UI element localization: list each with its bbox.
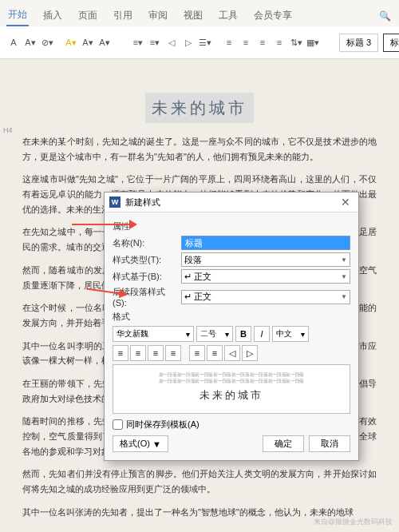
chevron-down-icon: ▼ <box>341 273 347 280</box>
align-center-button[interactable]: ≡ <box>130 345 146 361</box>
tab-tools[interactable]: 工具 <box>217 6 239 26</box>
tab-vip[interactable]: 会员专享 <box>252 6 294 26</box>
chevron-down-icon: ▾ <box>186 330 190 339</box>
ok-button[interactable]: 确定 <box>263 435 304 452</box>
style-heading4[interactable]: 标题 4 <box>383 34 399 52</box>
font-color-icon[interactable]: A▾ <box>81 35 95 50</box>
type-select[interactable]: 段落▼ <box>181 252 350 267</box>
format-dropdown-button[interactable]: 格式(O)▼ <box>113 435 168 452</box>
name-label: 名称(N): <box>113 237 178 249</box>
section-format: 格式 <box>113 311 350 323</box>
spacing-dec-button[interactable]: ≡ <box>207 345 223 361</box>
tab-review[interactable]: 审阅 <box>147 6 169 26</box>
chevron-down-icon: ▼ <box>341 256 347 264</box>
align-group: ≡ ≡ ≡ ≡ ⇅▾ ▦▾ <box>222 35 320 50</box>
align-justify-button[interactable]: ≡ <box>165 345 181 361</box>
chevron-down-icon: ▼ <box>152 439 161 449</box>
word-icon: W <box>109 197 120 208</box>
ribbon-tabs: 开始 插入 页面 引用 审阅 视图 工具 会员专享 🔍 <box>0 0 399 26</box>
watermark-text: 来自@微微金光数码科技 <box>314 517 393 527</box>
based-select[interactable]: ↵ 正文▼ <box>181 269 350 284</box>
toolbar: A A▾ ⊘▾ A▾ A▾ A▾ ≡▾ ≡▾ ◁ ▷ ☰▾ ≡ ≡ ≡ ≡ ⇅▾… <box>0 26 399 59</box>
highlight-icon[interactable]: A▾ <box>64 35 78 50</box>
save-template-label: 同时保存到模板(A) <box>126 419 200 431</box>
tab-view[interactable]: 视图 <box>182 6 204 26</box>
style-preview: 前一段落前一段落前一段落前一段落前一段落前一段落前一段落前一段落前一段落前一段落… <box>113 364 350 414</box>
close-icon[interactable]: ✕ <box>338 196 354 208</box>
doc-title[interactable]: 未来的城市 <box>145 93 254 123</box>
align-center-icon[interactable]: ≡ <box>239 35 253 50</box>
align-justify-icon[interactable]: ≡ <box>272 35 286 50</box>
indent-right-button[interactable]: ▷ <box>242 345 258 361</box>
chevron-down-icon: ▾ <box>225 330 229 339</box>
indent-inc-icon[interactable]: ▷ <box>181 35 196 50</box>
shading-icon[interactable]: A▾ <box>97 35 112 50</box>
based-label: 样式基于(B): <box>113 271 178 283</box>
spacing-inc-button[interactable]: ≡ <box>189 345 205 361</box>
align-left-button[interactable]: ≡ <box>113 345 128 361</box>
follow-select[interactable]: ↵ 正文▼ <box>181 290 350 304</box>
sort-icon[interactable]: ☰▾ <box>198 35 212 50</box>
line-spacing-icon[interactable]: ⇅▾ <box>289 35 303 50</box>
tab-insert[interactable]: 插入 <box>41 6 64 26</box>
chevron-down-icon: ▾ <box>301 330 305 339</box>
size-select[interactable]: 二号▾ <box>196 326 233 342</box>
search-icon[interactable]: 🔍 <box>377 7 393 25</box>
new-style-dialog: W 新建样式 ✕ 属性 名称(N): 样式类型(T): 段落▼ 样式基于(B):… <box>104 192 359 461</box>
font-size-dec-icon[interactable]: A <box>6 35 21 50</box>
style-heading3[interactable]: 标题 3 <box>339 34 378 52</box>
cancel-button[interactable]: 取消 <box>309 435 350 452</box>
border-icon[interactable]: ▦▾ <box>306 35 320 50</box>
save-template-checkbox[interactable] <box>113 419 123 430</box>
clear-format-icon[interactable]: ⊘▾ <box>40 35 54 50</box>
italic-button[interactable]: I <box>254 326 270 342</box>
font-size-inc-icon[interactable]: A▾ <box>23 35 38 50</box>
chevron-down-icon: ▼ <box>341 293 347 300</box>
bold-button[interactable]: B <box>235 326 251 342</box>
lang-select[interactable]: 中文▾ <box>272 326 309 342</box>
style-gallery: 标题 3 标题 4 标题 5 <box>339 34 399 52</box>
dialog-title-text: 新建样式 <box>125 197 160 208</box>
align-right-icon[interactable]: ≡ <box>255 35 270 50</box>
preview-title-text: 未来的城市 <box>120 388 343 403</box>
align-right-button[interactable]: ≡ <box>148 345 164 361</box>
number-list-icon[interactable]: ≡▾ <box>148 35 162 50</box>
annotation-arrow <box>72 224 136 225</box>
dialog-titlebar: W 新建样式 ✕ <box>105 193 358 212</box>
type-label: 样式类型(T): <box>113 254 178 266</box>
paragraph[interactable]: 在未来的某个时刻，先知之城的诞生了。这是一座与众不同的城市，它不仅是技术进步的地… <box>22 134 377 164</box>
para-group: ≡▾ ≡▾ ◁ ▷ ☰▾ <box>131 35 212 50</box>
align-left-icon[interactable]: ≡ <box>222 35 236 50</box>
name-input[interactable] <box>181 236 350 250</box>
tab-start[interactable]: 开始 <box>6 5 29 26</box>
section-properties: 属性 <box>113 220 350 232</box>
indent-dec-icon[interactable]: ◁ <box>164 35 179 50</box>
tab-ref[interactable]: 引用 <box>112 6 134 26</box>
font-style-group: A▾ A▾ A▾ <box>64 35 112 50</box>
font-group: A A▾ ⊘▾ <box>6 35 54 50</box>
tab-page[interactable]: 页面 <box>77 6 99 26</box>
font-select[interactable]: 华文新魏▾ <box>113 326 194 342</box>
paragraph[interactable]: 然而，先知者们并没有停止预言的脚步。他们开始关注人类文明的发展方向，并开始探讨如… <box>22 466 377 496</box>
bullet-list-icon[interactable]: ≡▾ <box>131 35 145 50</box>
indent-left-button[interactable]: ◁ <box>224 345 240 361</box>
heading-level-marker: H4 <box>3 125 13 137</box>
